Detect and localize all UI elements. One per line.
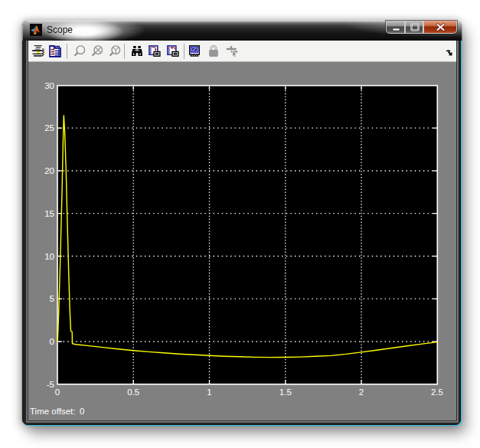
svg-text:2.5: 2.5 — [431, 388, 443, 397]
svg-text:10: 10 — [44, 252, 54, 261]
svg-text:-5: -5 — [47, 380, 54, 389]
svg-text:0: 0 — [80, 407, 84, 416]
svg-text:5: 5 — [50, 294, 54, 303]
svg-text:25: 25 — [44, 123, 54, 132]
svg-text:Time offset:: Time offset: — [30, 407, 75, 416]
svg-text:15: 15 — [44, 209, 54, 218]
svg-text:1.5: 1.5 — [279, 388, 292, 397]
svg-text:0: 0 — [50, 337, 54, 346]
svg-text:30: 30 — [44, 81, 54, 90]
svg-text:0: 0 — [55, 388, 60, 397]
svg-text:2: 2 — [359, 388, 364, 397]
svg-text:0.5: 0.5 — [127, 388, 139, 397]
svg-text:20: 20 — [44, 166, 54, 175]
svg-text:1: 1 — [207, 388, 211, 397]
